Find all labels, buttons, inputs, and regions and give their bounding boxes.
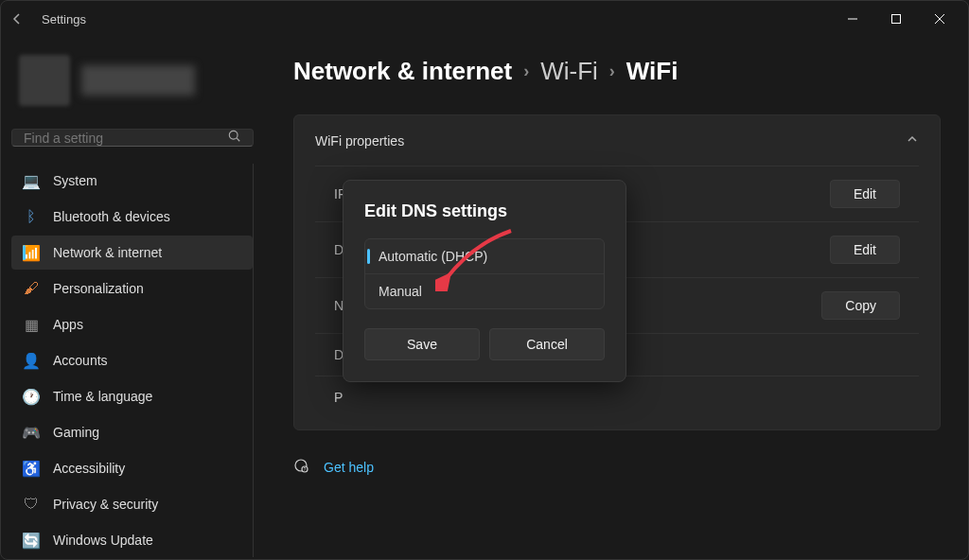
minimize-button[interactable] bbox=[831, 4, 874, 34]
nav-icon: 🔄 bbox=[23, 532, 40, 549]
help-icon: ? bbox=[293, 457, 310, 477]
profile-name bbox=[81, 65, 195, 96]
nav-label: Time & language bbox=[53, 389, 152, 404]
nav-label: System bbox=[53, 173, 97, 188]
breadcrumb-root[interactable]: Network & internet bbox=[293, 57, 512, 86]
nav-label: Gaming bbox=[53, 425, 99, 440]
breadcrumb-current: WiFi bbox=[626, 57, 678, 86]
option-automatic[interactable]: Automatic (DHCP) bbox=[365, 239, 604, 274]
help-label: Get help bbox=[324, 460, 374, 475]
back-button[interactable] bbox=[8, 9, 26, 28]
avatar bbox=[19, 55, 70, 106]
breadcrumb: Network & internet › Wi-Fi › WiFi bbox=[293, 57, 941, 86]
sidebar-item-apps[interactable]: ▦Apps bbox=[11, 307, 253, 341]
panel-title: WiFi properties bbox=[315, 133, 404, 149]
nav-icon: 👤 bbox=[23, 352, 40, 369]
dialog-title: Edit DNS settings bbox=[364, 201, 605, 221]
nav-icon: ▦ bbox=[23, 316, 40, 333]
search-input[interactable] bbox=[24, 131, 228, 146]
sidebar-item-personalization[interactable]: 🖌Personalization bbox=[11, 271, 253, 306]
user-profile[interactable] bbox=[11, 47, 254, 114]
nav-icon: 🕐 bbox=[23, 388, 40, 405]
svg-text:?: ? bbox=[304, 466, 307, 472]
save-button[interactable]: Save bbox=[364, 328, 480, 360]
nav-label: Network & internet bbox=[53, 245, 162, 260]
panel-header[interactable]: WiFi properties bbox=[294, 115, 940, 166]
nav-label: Apps bbox=[53, 317, 83, 332]
chevron-up-icon bbox=[906, 132, 919, 149]
sidebar-item-accessibility[interactable]: ♿Accessibility bbox=[11, 451, 253, 485]
sidebar-item-windows-update[interactable]: 🔄Windows Update bbox=[11, 523, 253, 557]
nav-icon: 📶 bbox=[23, 244, 40, 261]
close-button[interactable] bbox=[918, 4, 961, 34]
option-manual[interactable]: Manual bbox=[365, 274, 604, 308]
search-icon bbox=[228, 130, 241, 146]
nav-icon: ᛒ bbox=[23, 208, 40, 225]
chevron-right-icon: › bbox=[609, 61, 615, 81]
maximize-button[interactable] bbox=[874, 4, 918, 34]
breadcrumb-level1[interactable]: Wi-Fi bbox=[540, 57, 598, 86]
sidebar-item-privacy-security[interactable]: 🛡Privacy & security bbox=[11, 487, 253, 521]
sidebar-item-bluetooth-devices[interactable]: ᛒBluetooth & devices bbox=[11, 200, 253, 234]
search-input-container[interactable] bbox=[11, 129, 254, 147]
nav-label: Bluetooth & devices bbox=[53, 209, 170, 224]
svg-point-1 bbox=[229, 131, 238, 139]
sidebar-item-time-language[interactable]: 🕐Time & language bbox=[11, 379, 253, 413]
dns-mode-dropdown[interactable]: Automatic (DHCP) Manual bbox=[364, 238, 605, 309]
edit-button[interactable]: Edit bbox=[830, 236, 900, 264]
nav-icon: 🛡 bbox=[23, 496, 40, 513]
sidebar-item-system[interactable]: 💻System bbox=[11, 164, 253, 198]
chevron-right-icon: › bbox=[523, 61, 529, 81]
nav-label: Windows Update bbox=[53, 533, 153, 548]
nav-label: Privacy & security bbox=[53, 497, 158, 512]
nav-label: Accounts bbox=[53, 353, 108, 368]
nav-label: Accessibility bbox=[53, 461, 125, 476]
nav-icon: 💻 bbox=[23, 172, 40, 189]
edit-dns-dialog: Edit DNS settings Automatic (DHCP) Manua… bbox=[343, 180, 626, 382]
nav-icon: 🖌 bbox=[23, 280, 40, 297]
nav-icon: ♿ bbox=[23, 460, 40, 477]
sidebar-item-gaming[interactable]: 🎮Gaming bbox=[11, 415, 253, 449]
cancel-button[interactable]: Cancel bbox=[489, 328, 605, 360]
nav-label: Personalization bbox=[53, 281, 144, 296]
sidebar-item-network-internet[interactable]: 📶Network & internet bbox=[11, 236, 253, 270]
get-help-link[interactable]: ? Get help bbox=[293, 449, 941, 484]
nav-icon: 🎮 bbox=[23, 424, 40, 441]
edit-button[interactable]: Edit bbox=[830, 180, 900, 208]
sidebar-item-accounts[interactable]: 👤Accounts bbox=[11, 343, 253, 377]
svg-rect-0 bbox=[892, 15, 901, 24]
window-title: Settings bbox=[42, 12, 86, 26]
prop-label: P bbox=[334, 390, 485, 405]
nav-list: 💻SystemᛒBluetooth & devices📶Network & in… bbox=[11, 164, 254, 557]
copy-button[interactable]: Copy bbox=[821, 291, 900, 320]
